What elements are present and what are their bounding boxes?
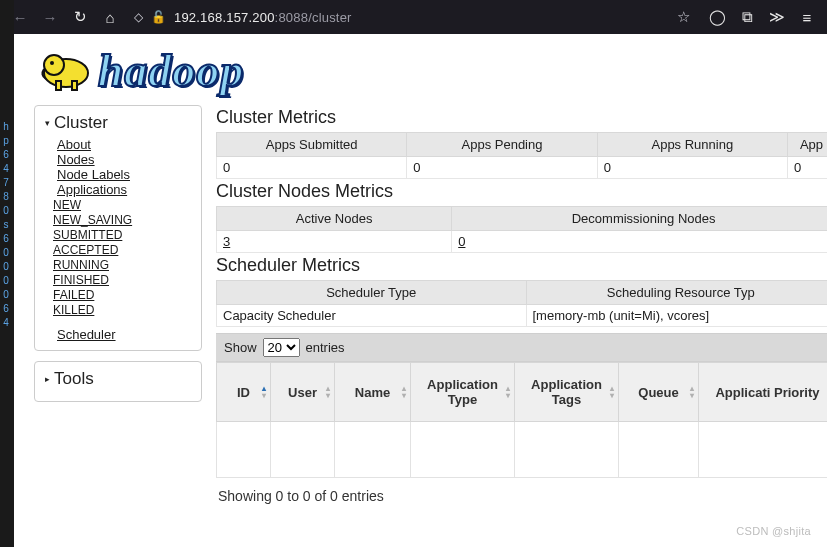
- sidebar-item-app-newsaving[interactable]: NEW_SAVING: [53, 213, 132, 227]
- sidebar-item-nodelabels[interactable]: Node Labels: [57, 167, 130, 182]
- sidebar-item-app-accepted[interactable]: ACCEPTED: [53, 243, 118, 257]
- overflow-icon[interactable]: ≫: [767, 8, 787, 26]
- sort-icon: ▴▾: [610, 385, 614, 399]
- shield-icon: ◇: [134, 10, 143, 24]
- menu-icon[interactable]: ≡: [797, 9, 817, 26]
- chevron-right-icon: ▸: [45, 374, 50, 384]
- extensions-icon[interactable]: ⧉: [737, 8, 757, 26]
- cell-apps-more: 0: [788, 157, 828, 179]
- bookmark-star-icon[interactable]: ☆: [673, 8, 693, 26]
- cell-scheduler-type: Capacity Scheduler: [217, 305, 527, 327]
- col-scheduling-resource[interactable]: Scheduling Resource Typ: [526, 281, 827, 305]
- col-apps-more[interactable]: App: [788, 133, 828, 157]
- sort-icon: ▴▾: [326, 385, 330, 399]
- sidebar-item-applications[interactable]: Applications: [57, 182, 127, 197]
- scheduler-metrics-table: Scheduler Type Scheduling Resource Typ C…: [216, 280, 827, 327]
- cell-apps-pending: 0: [407, 157, 597, 179]
- account-icon[interactable]: ◯: [707, 8, 727, 26]
- sidebar-item-about[interactable]: About: [57, 137, 91, 152]
- sidebar-item-app-failed[interactable]: FAILED: [53, 288, 94, 302]
- sort-icon: ▴▾: [690, 385, 694, 399]
- cluster-metrics-table: Apps Submitted Apps Pending Apps Running…: [216, 132, 827, 179]
- table-length-control: Show 20 entries: [216, 333, 827, 362]
- col-apptype[interactable]: Application Type▴▾: [411, 363, 515, 422]
- col-apps-running[interactable]: Apps Running: [597, 133, 787, 157]
- hadoop-logo: hadoop: [14, 34, 827, 103]
- cell-scheduling-resource: [memory-mb (unit=Mi), vcores]: [526, 305, 827, 327]
- sidebar-item-nodes[interactable]: Nodes: [57, 152, 95, 167]
- col-apps-pending[interactable]: Apps Pending: [407, 133, 597, 157]
- logo-text: hadoop: [98, 44, 245, 97]
- col-queue[interactable]: Queue▴▾: [619, 363, 699, 422]
- col-name[interactable]: Name▴▾: [335, 363, 411, 422]
- sort-icon: ▴▾: [506, 385, 510, 399]
- main-content: Cluster Metrics Apps Submitted Apps Pend…: [216, 105, 827, 512]
- lock-icon: 🔓: [151, 10, 166, 24]
- nodes-metrics-table: Active Nodes Decommissioning Nodes 3 0: [216, 206, 827, 253]
- sidebar-item-app-running[interactable]: RUNNING: [53, 258, 109, 272]
- sidebar-item-app-submitted[interactable]: SUBMITTED: [53, 228, 122, 242]
- sidebar-item-scheduler[interactable]: Scheduler: [57, 327, 201, 342]
- col-id[interactable]: ID▴▾: [217, 363, 271, 422]
- section-title-nodes-metrics: Cluster Nodes Metrics: [216, 181, 827, 202]
- svg-rect-4: [72, 81, 77, 90]
- section-title-scheduler-metrics: Scheduler Metrics: [216, 255, 827, 276]
- url-text: 192.168.157.200:8088/cluster: [174, 10, 352, 25]
- sidebar-item-app-finished[interactable]: FINISHED: [53, 273, 109, 287]
- col-apps-submitted[interactable]: Apps Submitted: [217, 133, 407, 157]
- svg-rect-3: [56, 81, 61, 90]
- col-scheduler-type[interactable]: Scheduler Type: [217, 281, 527, 305]
- elephant-icon: [36, 45, 100, 96]
- show-label-pre: Show: [224, 340, 257, 355]
- col-user[interactable]: User▴▾: [271, 363, 335, 422]
- home-button[interactable]: ⌂: [100, 9, 120, 26]
- show-label-post: entries: [306, 340, 345, 355]
- sidebar: ▾Cluster About Nodes Node Labels Applica…: [34, 105, 202, 402]
- watermark: CSDN @shjita: [736, 525, 811, 537]
- sidebar-item-app-killed[interactable]: KILLED: [53, 303, 94, 317]
- table-row-empty: [217, 422, 828, 478]
- page-size-select[interactable]: 20: [263, 338, 300, 357]
- browser-toolbar: ← → ↻ ⌂ ◇ 🔓 192.168.157.200:8088/cluster…: [0, 0, 827, 34]
- sidebar-section-tools[interactable]: ▸Tools: [35, 366, 201, 393]
- svg-point-1: [44, 55, 64, 75]
- chevron-down-icon: ▾: [45, 118, 50, 128]
- cell-decom-nodes[interactable]: 0: [452, 231, 827, 253]
- table-info: Showing 0 to 0 of 0 entries: [216, 478, 827, 504]
- cell-active-nodes[interactable]: 3: [217, 231, 452, 253]
- col-decom-nodes[interactable]: Decommissioning Nodes: [452, 207, 827, 231]
- sort-icon: ▴▾: [262, 385, 266, 399]
- url-bar[interactable]: ◇ 🔓 192.168.157.200:8088/cluster ☆: [130, 5, 697, 29]
- col-active-nodes[interactable]: Active Nodes: [217, 207, 452, 231]
- col-apptags[interactable]: Application Tags▴▾: [515, 363, 619, 422]
- terminal-gutter: h p64780 s6000064: [0, 0, 14, 547]
- forward-button[interactable]: →: [40, 9, 60, 26]
- sidebar-section-cluster[interactable]: ▾Cluster: [35, 110, 201, 137]
- sort-icon: ▴▾: [402, 385, 406, 399]
- sidebar-item-app-new[interactable]: NEW: [53, 198, 81, 212]
- col-priority[interactable]: Applicati Priority▴▾: [699, 363, 828, 422]
- section-title-cluster-metrics: Cluster Metrics: [216, 107, 827, 128]
- cell-apps-submitted: 0: [217, 157, 407, 179]
- svg-point-2: [50, 61, 54, 65]
- reload-button[interactable]: ↻: [70, 8, 90, 26]
- cell-apps-running: 0: [597, 157, 787, 179]
- applications-table: ID▴▾ User▴▾ Name▴▾ Application Type▴▾ Ap…: [216, 362, 827, 478]
